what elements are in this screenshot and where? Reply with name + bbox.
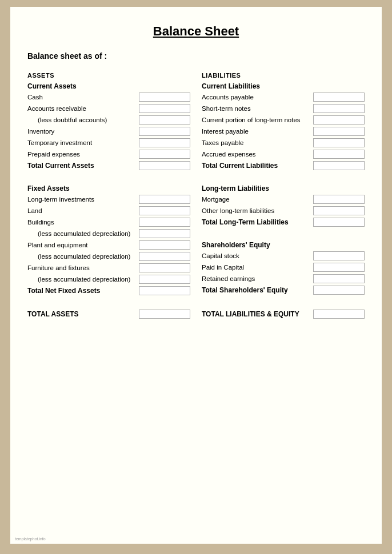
longterm-liabilities-title: Long-term Liabilities — [202, 184, 365, 192]
taxes-payable-input[interactable] — [313, 138, 365, 147]
furniture-depreciation-input[interactable] — [139, 275, 190, 284]
table-row: Buildings — [27, 217, 190, 227]
total-assets-section: TOTAL ASSETS — [27, 310, 196, 319]
prepaid-expenses-input[interactable] — [139, 150, 190, 159]
temporary-investment-input[interactable] — [139, 138, 190, 147]
table-row: Cash — [27, 92, 190, 102]
mortgage-input[interactable] — [313, 195, 365, 204]
less-doubtful-label: (less doubtful accounts) — [27, 117, 139, 123]
other-longterm-label: Other long-term liabilities — [202, 207, 313, 214]
gap3 — [202, 230, 365, 239]
table-row: Accounts receivable — [27, 103, 190, 114]
retained-earnings-input[interactable] — [313, 274, 365, 283]
fixed-assets-title: Fixed Assets — [27, 184, 190, 192]
furniture-fixtures-label: Furniture and fixtures — [27, 264, 139, 271]
table-row: Other long-term liabilities — [202, 206, 365, 216]
paid-in-capital-input[interactable] — [313, 263, 365, 272]
cash-input[interactable] — [139, 93, 190, 102]
accounts-receivable-label: Accounts receivable — [27, 105, 139, 112]
total-liabilities-equity-input[interactable] — [313, 310, 365, 319]
total-equity-row: Total Shareholders' Equity — [202, 285, 365, 295]
buildings-input[interactable] — [139, 218, 190, 227]
buildings-depreciation-input[interactable] — [139, 229, 190, 238]
inventory-label: Inventory — [27, 128, 139, 135]
accrued-expenses-input[interactable] — [313, 150, 365, 159]
table-row: Taxes payable — [202, 138, 365, 148]
table-row: Short-term notes — [202, 103, 365, 114]
accounts-payable-input[interactable] — [313, 93, 365, 102]
liabilities-header: LIABILITIES — [202, 72, 365, 79]
accounts-payable-label: Accounts payable — [202, 94, 313, 101]
interest-payable-label: Interest payable — [202, 128, 313, 135]
total-equity-input[interactable] — [313, 286, 365, 295]
furniture-fixtures-input[interactable] — [139, 263, 190, 272]
paid-in-capital-label: Paid in Capital — [202, 264, 313, 271]
table-row: Mortgage — [202, 194, 365, 204]
other-longterm-input[interactable] — [313, 206, 365, 215]
table-row: Inventory — [27, 126, 190, 137]
total-liabilities-equity-section: TOTAL LIABILITIES & EQUITY — [196, 310, 365, 319]
table-row: Retained earnings — [202, 274, 365, 284]
table-row: Accounts payable — [202, 92, 365, 102]
table-row: Plant and equipment — [27, 240, 190, 250]
short-term-notes-label: Short-term notes — [202, 105, 313, 112]
watermark: templatephot.info — [15, 537, 46, 541]
assets-header: ASSETS — [27, 72, 190, 79]
interest-payable-input[interactable] — [313, 127, 365, 136]
land-label: Land — [27, 207, 139, 214]
total-current-liabilities-label: Total Current Liabilities — [202, 162, 313, 170]
table-row: Prepaid expenses — [27, 149, 190, 159]
table-row: (less accumulated depreciation) — [27, 228, 190, 239]
table-row: (less accumulated depreciation) — [27, 274, 190, 284]
table-row: Furniture and fixtures — [27, 263, 190, 273]
total-assets-input[interactable] — [139, 310, 190, 319]
equity-title: Shareholders' Equity — [202, 241, 365, 249]
current-assets-title: Current Assets — [27, 82, 190, 90]
gap1 — [27, 173, 190, 182]
land-input[interactable] — [139, 206, 190, 215]
total-longterm-input[interactable] — [313, 218, 365, 227]
total-fixed-assets-input[interactable] — [139, 286, 190, 295]
main-columns: ASSETS Current Assets Cash Accounts rece… — [27, 72, 365, 298]
table-row: (less doubtful accounts) — [27, 115, 190, 125]
retained-earnings-label: Retained earnings — [202, 275, 313, 282]
total-fixed-assets-label: Total Net Fixed Assets — [27, 287, 139, 295]
plant-depreciation-label: (less accumulated depreciation) — [27, 253, 139, 260]
accrued-expenses-label: Accrued expenses — [202, 151, 313, 158]
taxes-payable-label: Taxes payable — [202, 139, 313, 146]
current-longterm-notes-input[interactable] — [313, 115, 365, 125]
prepaid-expenses-label: Prepaid expenses — [27, 151, 139, 158]
table-row: Land — [27, 206, 190, 216]
capital-stock-input[interactable] — [313, 251, 365, 260]
mortgage-label: Mortgage — [202, 196, 313, 203]
plant-depreciation-input[interactable] — [139, 252, 190, 261]
bottom-totals: TOTAL ASSETS TOTAL LIABILITIES & EQUITY — [27, 310, 365, 319]
gap2 — [202, 173, 365, 182]
current-longterm-notes-label: Current portion of long-term notes — [202, 117, 313, 123]
table-row: Current portion of long-term notes — [202, 115, 365, 125]
current-liabilities-title: Current Liabilities — [202, 82, 365, 90]
capital-stock-label: Capital stock — [202, 252, 313, 259]
buildings-depreciation-label: (less accumulated depreciation) — [27, 230, 139, 237]
table-row: Interest payable — [202, 126, 365, 137]
cash-label: Cash — [27, 94, 139, 101]
page: Balance Sheet Balance sheet as of : ASSE… — [10, 7, 382, 544]
table-row: Temporary investment — [27, 138, 190, 148]
long-term-investments-input[interactable] — [139, 195, 190, 204]
furniture-depreciation-label: (less accumulated depreciation) — [27, 276, 139, 283]
total-liabilities-equity-label: TOTAL LIABILITIES & EQUITY — [202, 310, 299, 318]
inventory-input[interactable] — [139, 127, 190, 136]
buildings-label: Buildings — [27, 219, 139, 226]
total-longterm-label: Total Long-Term Liabilities — [202, 218, 313, 226]
short-term-notes-input[interactable] — [313, 104, 365, 113]
total-current-assets-input[interactable] — [139, 161, 190, 170]
table-row: Long-term investments — [27, 194, 190, 204]
total-assets-label: TOTAL ASSETS — [27, 310, 79, 318]
accounts-receivable-input[interactable] — [139, 104, 190, 113]
plant-equipment-input[interactable] — [139, 240, 190, 250]
plant-equipment-label: Plant and equipment — [27, 242, 139, 248]
total-current-liabilities-input[interactable] — [313, 161, 365, 170]
less-doubtful-input[interactable] — [139, 115, 190, 125]
long-term-investments-label: Long-term investments — [27, 196, 139, 203]
total-equity-label: Total Shareholders' Equity — [202, 286, 313, 294]
